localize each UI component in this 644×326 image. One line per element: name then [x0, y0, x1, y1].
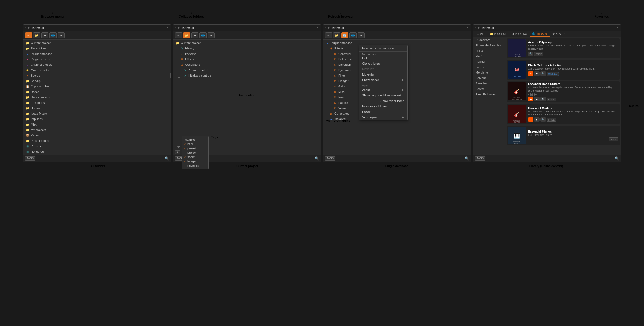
lib-side-fl-mobile[interactable]: FL Mobile Samples [473, 43, 506, 48]
tool-refresh-btn-3[interactable]: 🔄 [341, 32, 348, 38]
panel2-patterns[interactable]: ♪ Patterns [178, 51, 321, 57]
ctx-view-layout[interactable]: View layout ▶ [359, 114, 407, 120]
list-item-channel-presets[interactable]: □ Channel presets [23, 62, 171, 67]
list-item-harmor[interactable]: 📁 Harmor [23, 105, 171, 111]
minimize-btn-2[interactable]: − [312, 26, 315, 29]
lib-side-sawer[interactable]: Sawer [473, 86, 506, 92]
tool-folder-btn[interactable]: 📁 [33, 32, 40, 38]
list-item-envelopes[interactable]: 📁 Envelopes [23, 100, 171, 105]
scrollbar-indicator[interactable] [170, 73, 171, 78]
search-icon-4[interactable]: 🔍 [615, 156, 619, 161]
tool-star-btn-3[interactable]: ★ [358, 32, 365, 38]
tool-web-btn[interactable]: 🌐 [49, 32, 57, 38]
panel2-current-project[interactable]: 📁 Current project [173, 40, 321, 46]
star-filter-btn[interactable]: ★ [175, 150, 180, 154]
tab-all[interactable]: ↔ ALL [474, 31, 487, 37]
lib-card-bassguit[interactable]: 🎸 ESSENTIAL BASS GUITARS Essential Bass … [507, 81, 620, 102]
lib-side-harmor[interactable]: Harmor [473, 59, 506, 64]
list-item-plugin-presets[interactable]: ◄ Plugin presets [23, 57, 171, 62]
close-btn-4[interactable]: ✕ [616, 26, 619, 29]
lib-search-btn-arksun[interactable]: 🔍 [528, 52, 533, 56]
ctx-show-hidden[interactable]: Show hidden ▶ [359, 77, 407, 83]
tag-item-sample[interactable]: sample [182, 137, 208, 142]
lib-side-fpc[interactable]: FPC [473, 54, 506, 59]
tool-arrow-btn[interactable]: ↔ [25, 32, 32, 38]
search-icon-1[interactable]: 🔍 [165, 156, 169, 161]
tags-btn-3[interactable]: TAGS [325, 156, 335, 161]
lib-side-toxic[interactable]: Toxic Biohazard [473, 92, 506, 97]
tool-folder-btn-3[interactable]: 📁 [333, 32, 340, 38]
tags-btn-4[interactable]: TAGS [475, 156, 485, 161]
lib-search-btn-atlantis[interactable]: 🔍 [540, 71, 546, 76]
lib-side-poizone[interactable]: PoiZone [473, 75, 506, 81]
list-item-misc[interactable]: 📁 Misc [23, 122, 171, 127]
list-item-plugin-db[interactable]: ◄ Plugin database [23, 51, 171, 57]
panel2-effects[interactable]: ⚙ Effects [178, 57, 321, 62]
ctx-frozen[interactable]: Frozen [359, 109, 407, 114]
lib-side-loops[interactable]: Loops [473, 64, 506, 70]
tool-arrow-btn-2[interactable]: ↔ [175, 32, 182, 38]
tag-item-image[interactable]: ✓ image [182, 159, 208, 164]
lib-card-piano[interactable]: 🎹 ESSENTIAL PIANOS Essential Pianos FREE… [507, 126, 620, 145]
panel2-remote-control[interactable]: ⚙ Remote control [180, 67, 321, 73]
panel2-initialized-controls[interactable]: ⚙ Initialized controls [180, 73, 321, 78]
tags-btn-1[interactable]: TAGS [25, 156, 35, 161]
close-btn-3[interactable]: ✕ [466, 26, 469, 29]
lib-soundcloud-btn-bassguit[interactable]: ☁ [528, 97, 533, 101]
panel3-plugin-db[interactable]: ◄ Plugin database [323, 40, 471, 46]
minimize-btn-4[interactable]: − [612, 26, 615, 29]
lib-side-flex[interactable]: FLEX [473, 48, 506, 54]
tag-item-score[interactable]: ✓ score [182, 155, 208, 159]
tag-item-envelope[interactable]: ✓ envelope [182, 164, 208, 168]
lib-card-atlantis[interactable]: 🐙 ATLANTIS Black Octopus Atlantis 128 Oc… [507, 60, 620, 80]
list-item-dance[interactable]: 📁 Dance [23, 89, 171, 95]
ctx-remember-size[interactable]: Remember tab size [359, 104, 407, 109]
lib-card-guitar[interactable]: 🎸 ESSENTIAL GUITARS Essential Guitars Mu… [507, 104, 620, 124]
tab-project[interactable]: 📁 PROJECT [488, 31, 509, 37]
list-item-mixer-presets[interactable]: ⚡ Mixer presets [23, 67, 171, 73]
lib-soundcloud-btn-guitar[interactable]: ☁ [528, 117, 533, 122]
list-item-backup[interactable]: 📁 Backup [23, 78, 171, 84]
tool-star-btn[interactable]: ★ [58, 32, 65, 38]
tool-arrow-btn-3[interactable]: ↔ [325, 32, 332, 38]
list-item-recent-files[interactable]: 📁 Recent files [23, 46, 171, 51]
ctx-move-right[interactable]: Move right [359, 72, 407, 77]
ctx-zoom[interactable]: Zoom ▶ [359, 87, 407, 93]
ctx-one-folder[interactable]: Show only one folder content [359, 93, 407, 98]
list-item-current-project[interactable]: 📁 Current project [23, 40, 171, 46]
ctx-rename[interactable]: Rename, color and icon... [359, 45, 407, 51]
panel2-generators[interactable]: ⊞ Generators [178, 62, 321, 67]
list-item-projbones[interactable]: 📁 Project bones [23, 138, 171, 143]
tab-library[interactable]: 🌐 LIBRARY [530, 31, 550, 37]
lib-search-btn-guitar[interactable]: 🔍 [540, 117, 546, 122]
minimize-btn-3[interactable]: − [462, 26, 465, 29]
tool-plugin-btn-2[interactable]: ◄ [191, 32, 198, 38]
lib-search-btn-bassguit[interactable]: 🔍 [540, 97, 546, 101]
list-item-ideas[interactable]: 📁 Ideas-Music [23, 111, 171, 116]
lib-soundcloud-btn-atlantis[interactable]: ☁ [528, 71, 533, 76]
tag-item-project[interactable]: ✓ project [182, 151, 208, 155]
tool-folder-btn-2[interactable]: 📁 [183, 32, 190, 38]
lib-side-morphine[interactable]: Morphine [473, 70, 506, 75]
list-item-packs[interactable]: 📦 Packs [23, 133, 171, 138]
list-item-rendered[interactable]: ⊞ Rendered [23, 149, 171, 154]
close-btn-2[interactable]: ✕ [316, 26, 319, 29]
list-item-scores[interactable]: ♪ Scores [23, 73, 171, 78]
tool-web-btn-2[interactable]: 🌐 [199, 32, 207, 38]
lib-play-btn-atlantis[interactable]: ▶ [534, 71, 540, 76]
lib-side-samples[interactable]: Samples [473, 81, 506, 86]
tab-starred[interactable]: ★ STARRED [550, 31, 571, 37]
tag-item-midi[interactable]: ✓ midi [182, 142, 208, 146]
ctx-hide[interactable]: Hide [359, 55, 407, 61]
list-item-recorded[interactable]: ⊞ Recorded [23, 143, 171, 149]
list-item-clipboard[interactable]: 📋 Clipboard files [23, 84, 171, 89]
tool-plugin-btn[interactable]: ◄ [41, 32, 48, 38]
tool-star-btn-2[interactable]: ★ [208, 32, 215, 38]
list-item-myprojects[interactable]: 📁 My projects [23, 127, 171, 133]
search-icon-2[interactable]: 🔍 [315, 156, 319, 161]
list-item-demo[interactable]: 📁 Demo projects [23, 95, 171, 100]
lib-card-arksun[interactable]: ARKSUN CITYSCAPE Arksun Cityscape FREE i… [507, 38, 620, 58]
search-icon-3[interactable]: 🔍 [465, 156, 469, 161]
lib-play-btn-bassguit[interactable]: ▶ [534, 97, 540, 101]
ctx-folder-icons[interactable]: ✓ Show folder icons [359, 98, 407, 104]
